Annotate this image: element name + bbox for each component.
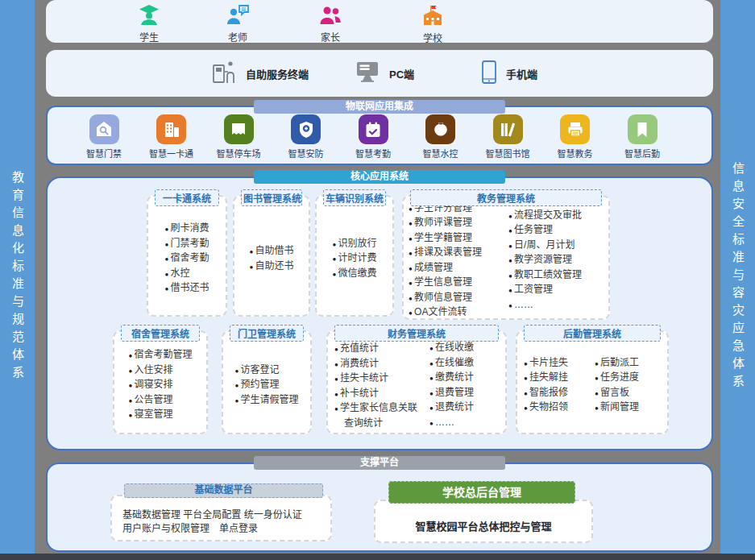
system-item: 在线催缴 <box>429 356 499 371</box>
logistics-icon <box>628 114 658 144</box>
terminal-label: PC端 <box>389 66 414 81</box>
user-label: 家长 <box>321 30 340 44</box>
system-card-body: 学生评分管理教师评课管理学生学籍管理排课及课表管理成绩管理学生信息管理教师信息管… <box>404 197 608 318</box>
base-platform-line2: 用户账户与权限管理 单点登录 <box>122 522 320 536</box>
iot-label: 智慧停车场 <box>217 147 261 160</box>
system-item-list: 访客登记预约管理学生请假管理 <box>234 363 298 409</box>
system-card-body: 刷卡消费门禁考勤宿舍考勤水控借书还书 <box>148 197 226 315</box>
system-card-title: 宿舍管理系统 <box>121 325 200 342</box>
system-item: 新闻管理 <box>595 400 661 416</box>
core-section-header: 核心应用系统 <box>254 170 505 184</box>
system-item: 失物招领 <box>524 400 590 416</box>
system-item: 教职工绩效管理 <box>508 268 604 284</box>
system-item: 退费管理 <box>429 386 499 401</box>
academic-icon <box>560 114 590 144</box>
system-item: 调寝安排 <box>128 378 192 393</box>
support-section-header: 支撑平台 <box>254 456 505 470</box>
base-data-platform-title: 基础数据平台 <box>124 483 323 498</box>
system-item: 水控 <box>164 267 209 282</box>
right-sidebar-label: 信息安全标准与容灾应急体系 <box>729 162 746 392</box>
school-admin-title: 学校总后台管理 <box>388 481 575 504</box>
system-item-list: 充值统计消费统计挂失卡统计补卡统计学生家长信息关联查询统计 <box>334 342 425 429</box>
system-card: 财务管理系统充值统计消费统计挂失卡统计补卡统计学生家长信息关联查询统计在线收缴在… <box>326 330 507 434</box>
iot-label: 智慧安防 <box>288 147 324 160</box>
attendance-icon <box>359 114 388 144</box>
system-item: 任务管理 <box>508 223 604 239</box>
terminal-label: 手机端 <box>506 66 537 81</box>
right-sidebar: 信息安全标准与容灾应急体系 <box>720 0 755 554</box>
system-item: 门禁考勤 <box>164 237 209 252</box>
parents-icon <box>318 4 342 29</box>
system-item: …… <box>429 416 499 431</box>
system-item: 缴费统计 <box>429 371 499 386</box>
iot-label: 智慧水控 <box>423 147 458 160</box>
terminal-item-pc: PC端 <box>355 60 414 86</box>
system-item: 留言板 <box>595 386 661 401</box>
system-card-title: 后勤管理系统 <box>524 325 661 342</box>
terminal-item-phone: 手机端 <box>479 60 537 86</box>
system-item-list: 在线收缴在线催缴缴费统计退费管理退费统计…… <box>429 341 499 430</box>
system-item: 教师评课管理 <box>409 216 504 231</box>
system-item: 日/周、月计划 <box>508 239 604 254</box>
iot-item-water: 智慧水控 <box>409 114 473 160</box>
system-item: 微信缴费 <box>332 267 376 282</box>
iot-item-academic: 智慧教务 <box>543 114 608 160</box>
system-item: 自助还书 <box>249 259 293 275</box>
system-item: 刷卡消费 <box>164 222 209 237</box>
pc-icon <box>355 60 382 86</box>
terminal-label: 自助服务终端 <box>246 66 309 81</box>
system-item: OA文件流转 <box>409 305 504 321</box>
iot-panel: 智慧门禁智慧一卡通智慧停车场智慧安防智慧考勤智慧水控智慧图书馆智慧教务智慧后勤 <box>46 106 713 165</box>
system-item: 访客登记 <box>234 363 298 379</box>
system-item-list: 卡片挂失挂失解挂智能报修失物招领 <box>524 356 590 416</box>
student-icon <box>137 4 161 29</box>
system-card-body: 充值统计消费统计挂失卡统计补卡统计学生家长信息关联查询统计在线收缴在线催缴缴费统… <box>328 332 505 433</box>
user-label: 学校 <box>423 31 442 44</box>
parking-icon <box>224 114 254 144</box>
user-label: 学生 <box>139 30 159 44</box>
user-item-school: 学校 <box>398 4 467 44</box>
phone-icon <box>479 60 499 88</box>
system-card: 教务管理系统学生评分管理教师评课管理学生学籍管理排课及课表管理成绩管理学生信息管… <box>402 195 610 320</box>
user-item-teacher: 老师 <box>203 4 272 44</box>
iot-label: 智慧门禁 <box>86 147 122 160</box>
system-card-title: 门卫管理系统 <box>230 325 304 342</box>
system-card-title: 教务管理系统 <box>410 189 602 206</box>
system-card-title: 财务管理系统 <box>334 325 499 342</box>
water-icon <box>425 114 455 144</box>
iot-label: 智慧一卡通 <box>149 147 193 160</box>
system-card-body: 访客登记预约管理学生请假管理 <box>223 332 310 433</box>
system-card: 后勤管理系统卡片挂失挂失解挂智能报修失物招领后勤派工任务进度留言板新闻管理 <box>516 330 669 434</box>
system-card: 一卡通系统刷卡消费门禁考勤宿舍考勤水控借书还书 <box>147 195 227 317</box>
system-item: 工资管理 <box>508 283 604 298</box>
system-item: 任务进度 <box>595 371 661 386</box>
system-card-body: 卡片挂失挂失解挂智能报修失物招领后勤派工任务进度留言板新闻管理 <box>517 332 667 433</box>
school-icon <box>420 4 446 30</box>
system-item: 公告管理 <box>128 393 192 409</box>
system-item: 借书还书 <box>164 281 209 297</box>
iot-item-door-access: 智慧门禁 <box>72 114 136 160</box>
left-sidebar: 教育信息化标准与规范体系 <box>0 0 35 554</box>
system-card: 宿舍管理系统宿舍考勤管理入住安排调寝安排公告管理寝室管理 <box>113 330 208 434</box>
bottom-strip <box>0 554 755 560</box>
base-data-platform-card: 基础数据管理 平台全局配置 统一身份认证 用户账户与权限管理 单点登录 <box>110 495 332 541</box>
iot-item-library: 智慧图书馆 <box>475 114 540 160</box>
iot-label: 智慧考勤 <box>355 147 391 160</box>
iot-label: 智慧图书馆 <box>486 147 530 160</box>
system-item: 挂失卡统计 <box>334 371 425 387</box>
system-item-list: 刷卡消费门禁考勤宿舍考勤水控借书还书 <box>164 222 209 297</box>
system-item-list: 后勤派工任务进度留言板新闻管理 <box>595 356 661 416</box>
onecard-icon <box>156 114 186 144</box>
iot-item-onecard: 智慧一卡通 <box>139 114 204 160</box>
core-systems-panel: 一卡通系统刷卡消费门禁考勤宿舍考勤水控借书还书图书管理系统自助借书自助还书车辆识… <box>46 176 713 450</box>
system-item-list: 识别放行计时计费微信缴费 <box>332 237 376 282</box>
iot-section-header: 物联网应用集成 <box>254 100 505 114</box>
system-item-list: 宿舍考勤管理入住安排调寝安排公告管理寝室管理 <box>128 348 192 423</box>
system-item: 排课及课表管理 <box>409 246 504 261</box>
library-icon <box>493 114 523 144</box>
base-data-platform-text: 基础数据管理 平台全局配置 统一身份认证 用户账户与权限管理 单点登录 <box>112 496 330 536</box>
system-item: 消费统计 <box>334 357 425 372</box>
school-admin-card: 智慧校园平台总体把控与管理 <box>374 500 593 543</box>
iot-item-security: 智慧安防 <box>274 114 338 160</box>
system-item: 学生家长信息关联查询统计 <box>334 401 425 429</box>
